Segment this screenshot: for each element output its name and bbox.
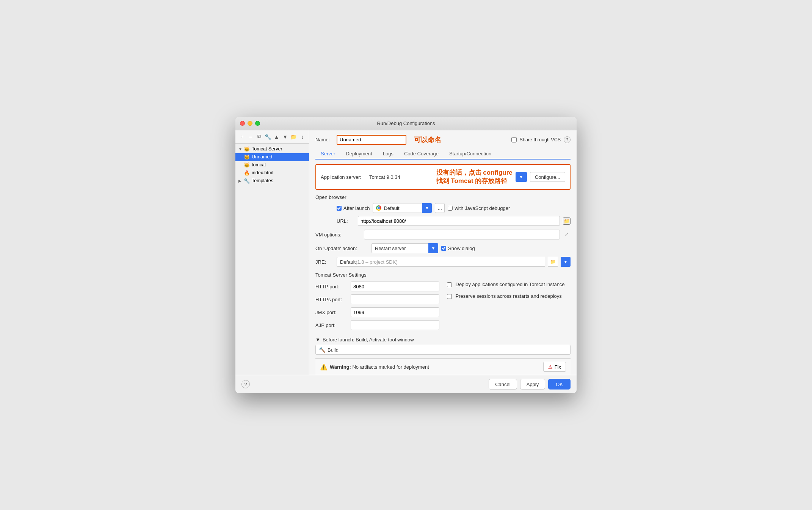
jre-label: JRE: [315,259,334,265]
maximize-button[interactable] [255,121,260,126]
annotation-line2: 找到 Tomcat 的存放路径 [436,177,513,185]
tab-deployment[interactable]: Deployment [340,149,377,160]
url-folder-button[interactable]: 📁 [563,217,571,225]
app-server-value: Tomcat 9.0.34 [369,174,429,180]
warning-icon: ⚠️ [320,363,328,371]
add-config-button[interactable]: + [238,133,246,141]
run-debug-configurations-dialog: Run/Debug Configurations + − ⧉ 🔧 ▲ ▼ 📁 ↕… [235,117,577,393]
help-circle-button[interactable]: ? [241,380,250,388]
chrome-icon [376,205,381,211]
js-debugger-label[interactable]: with JavaScript debugger [448,205,510,211]
name-input[interactable] [337,135,406,145]
http-port-input[interactable] [351,282,439,291]
jre-hint: (1.8 – project SDK) [356,259,398,265]
show-dialog-label[interactable]: Show dialog [441,246,475,251]
cancel-button[interactable]: Cancel [489,379,517,390]
preserve-checkbox[interactable] [447,294,452,299]
vm-options-input[interactable] [364,230,560,239]
ajp-port-row: AJP port: [315,320,439,330]
close-button[interactable] [240,121,245,126]
right-options: Deploy applications configured in Tomcat… [447,282,571,330]
configure-button[interactable]: Configure... [530,172,565,182]
after-launch-checkbox[interactable] [337,206,342,211]
share-vcs-checkbox[interactable] [511,137,517,142]
server-tab-content: Application server: Tomcat 9.0.34 没有的话，点… [315,164,571,375]
show-dialog-text: Show dialog [448,246,475,251]
show-dialog-checkbox[interactable] [441,246,446,251]
sidebar-item-tomcat-server[interactable]: ▼ 🐱 Tomcat Server [235,145,309,153]
move-up-button[interactable]: ▲ [273,133,280,141]
preserve-checkbox-label[interactable]: Preserve sessions across restarts and re… [447,293,571,299]
tab-code-coverage[interactable]: Code Coverage [399,149,444,160]
tab-logs[interactable]: Logs [378,149,399,160]
expand-arrow-tomcat: ▼ [238,147,244,151]
help-button[interactable]: ? [564,136,571,143]
open-browser-section: Open browser After launch [315,194,571,226]
ports-grid: HTTP port: HTTPs port: JMX port: [315,282,571,330]
js-debugger-checkbox[interactable] [448,206,453,211]
folder-button[interactable]: 📁 [290,133,298,141]
vm-options-label: VM options: [315,232,361,238]
ajp-port-input[interactable] [351,320,439,330]
jmx-port-input[interactable] [351,307,439,317]
jre-folder-button[interactable]: 📁 [548,257,558,267]
fix-button[interactable]: ⚠ Fix [543,362,566,372]
build-item: 🔨 Build [319,347,567,353]
name-row: Name: 可以命名 Share through VCS ? [315,135,571,145]
apply-button[interactable]: Apply [520,379,546,390]
update-action-dropdown-button[interactable]: ▼ [428,243,438,253]
vm-expand-button[interactable]: ⤢ [563,231,571,238]
left-ports: HTTP port: HTTPs port: JMX port: [315,282,439,330]
url-row: URL: 📁 [315,216,571,226]
configure-annotation: 没有的话，点击 configure 找到 Tomcat 的存放路径 [436,169,513,185]
fix-icon: ⚠ [548,364,553,370]
before-launch-arrow: ▼ [315,337,320,343]
expand-arrow-templates: ▶ [238,179,244,183]
url-input[interactable] [358,216,560,226]
jre-dropdown-button[interactable]: ▼ [561,257,571,267]
move-down-button[interactable]: ▼ [282,133,289,141]
sidebar-item-tomcat[interactable]: 🐱 tomcat [235,161,309,169]
browser-dropdown-button[interactable]: ▼ [422,203,432,213]
build-icon: 🔨 [319,347,325,353]
before-launch-section: ▼ Before launch: Build, Activate tool wi… [315,335,571,355]
right-panel: Name: 可以命名 Share through VCS ? Server De… [309,130,577,375]
before-launch-header[interactable]: ▼ Before launch: Build, Activate tool wi… [315,335,571,345]
tabs-bar: Server Deployment Logs Code Coverage Sta… [315,149,571,160]
js-debugger-text: with JavaScript debugger [455,205,510,211]
minimize-button[interactable] [248,121,252,126]
sidebar-item-unnamed[interactable]: 🐱 Unnamed [235,153,309,161]
ajp-port-label: AJP port: [315,322,348,328]
update-action-value: Restart server [375,246,406,251]
ok-button[interactable]: OK [548,379,571,390]
share-vcs-label: Share through VCS [520,137,561,142]
copy-config-button[interactable]: ⧉ [256,133,263,141]
jre-value: Default [340,259,356,265]
index-html-icon: 🔥 [244,170,250,176]
footer: ? Cancel Apply OK [235,375,577,393]
preserve-text: Preserve sessions across restarts and re… [456,293,562,299]
jre-input-container: Default (1.8 – project SDK) [337,257,545,267]
warning-text: Warning: No artifacts marked for deploym… [330,364,541,370]
tab-server[interactable]: Server [315,149,340,160]
deploy-checkbox[interactable] [447,282,452,287]
browser-more-button[interactable]: ... [435,203,445,213]
https-port-input[interactable] [351,294,439,304]
footer-left: ? [241,380,250,388]
https-port-label: HTTPs port: [315,297,348,302]
browser-select-display: Default [373,203,422,213]
edit-defaults-button[interactable]: 🔧 [264,133,271,141]
app-server-dropdown-button[interactable]: ▼ [516,172,527,182]
deploy-checkbox-label[interactable]: Deploy applications configured in Tomcat… [447,282,571,287]
fix-label: Fix [555,364,561,370]
browser-dropdown: Default ▼ [373,203,432,213]
warning-message: No artifacts marked for deployment [352,364,429,370]
vm-options-row: VM options: ⤢ [315,230,571,239]
sort-button[interactable]: ↕ [299,133,306,141]
remove-config-button[interactable]: − [247,133,254,141]
sidebar-item-templates[interactable]: ▶ 🔧 Templates [235,177,309,185]
after-launch-checkbox-label[interactable]: After launch [337,205,370,211]
tab-startup-connection[interactable]: Startup/Connection [444,149,497,160]
traffic-lights [240,121,260,126]
sidebar-item-index-html[interactable]: 🔥 index.html [235,169,309,177]
